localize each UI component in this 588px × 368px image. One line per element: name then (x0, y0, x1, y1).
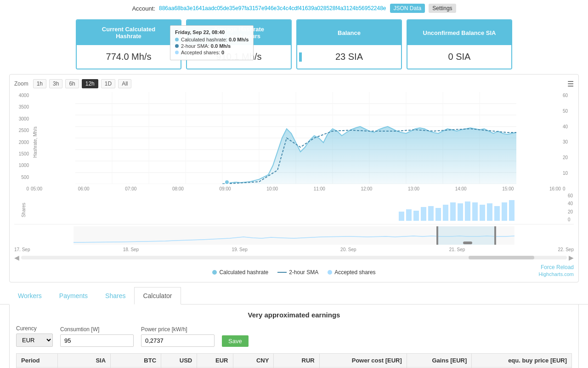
account-label: Account: (132, 5, 155, 12)
svg-rect-40 (463, 242, 472, 244)
col-rur: RUR (274, 354, 319, 368)
tab-shares[interactable]: Shares (96, 287, 134, 305)
power-price-field: Power price [kW/h] (141, 326, 215, 347)
tooltip-dot-shares (175, 51, 179, 54)
tab-calculator[interactable]: Calculator (134, 287, 181, 305)
legend-dot-shares (328, 270, 332, 275)
zoom-1d[interactable]: 1D (101, 79, 115, 88)
tab-payments[interactable]: Payments (51, 287, 96, 305)
svg-rect-20 (399, 212, 404, 221)
navigator-svg (14, 226, 574, 245)
shares-chart-svg (34, 193, 561, 221)
chart-container: Zoom 1h 3h 6h 12h 1D All ☰ 4000350030002… (9, 74, 579, 282)
stat-card-unconfirmed: Unconfirmed Balance SIA 0 SIA (407, 19, 512, 69)
stat-header-current-hashrate: Current CalculatedHashrate (77, 20, 181, 45)
svg-point-19 (225, 180, 229, 184)
main-chart-svg (31, 92, 561, 184)
zoom-1h[interactable]: 1h (33, 79, 46, 88)
svg-rect-35 (509, 200, 514, 221)
zoom-12h[interactable]: 12h (82, 79, 98, 88)
legend-shares: Accepted shares (328, 269, 375, 276)
tooltip-dot-hashrate (175, 38, 179, 41)
account-hash: 886aa68ba3e1641aadc05de35e97fa3157e946e3… (159, 5, 386, 12)
svg-rect-39 (494, 226, 496, 245)
svg-rect-23 (421, 207, 426, 221)
tab-workers[interactable]: Workers (9, 287, 51, 305)
tooltip-title: Friday, Sep 22, 08:40 (175, 29, 249, 35)
force-reload-link[interactable]: Force Reload (376, 264, 574, 270)
currency-field: Curency EUR USD BTC (16, 325, 53, 347)
chart-menu-icon[interactable]: ☰ (567, 80, 574, 88)
account-bar: Account: 886aa68ba3e1641aadc05de35e97fa3… (0, 0, 588, 17)
power-price-input[interactable] (141, 334, 215, 347)
legend-dot-hashrate (212, 270, 217, 275)
calc-inputs: Curency EUR USD BTC Consumtion [W] Power… (16, 325, 572, 347)
tooltip-dot-sma (175, 44, 179, 48)
stat-card-balance: Balance 23 SIA (296, 19, 402, 69)
earnings-table: Period SIA BTC USD EUR CNY RUR Power cos… (16, 353, 572, 368)
svg-rect-25 (435, 208, 441, 221)
consumption-input[interactable] (60, 334, 134, 347)
legend-label-shares: Accepted shares (334, 269, 375, 276)
stat-value-current-hashrate: 774.0 Mh/s (77, 45, 181, 69)
y-label-hashrate: Hashrate, Mh/s (33, 126, 38, 158)
chart-legend: Calculated hashrate 2-hour SMA Accepted … (212, 269, 375, 276)
col-period: Period (17, 354, 58, 368)
legend-line-sma (277, 272, 287, 273)
chart-force-reload-area: Force Reload Highcharts.com (376, 264, 574, 277)
chart-controls: Zoom 1h 3h 6h 12h 1D All ☰ (14, 79, 574, 88)
nav-x-labels: 17. Sep18. Sep19. Sep20. Sep21. Sep22. S… (14, 246, 574, 253)
col-usd: USD (161, 354, 197, 368)
svg-rect-28 (458, 203, 463, 221)
tabs-row: Workers Payments Shares Calculator (0, 287, 588, 305)
svg-rect-24 (428, 206, 434, 221)
tooltip-row-sma: 2-hour SMA: 0.0 Mh/s (175, 43, 249, 49)
calculator-section: Very approximated earnings Curency EUR U… (9, 305, 579, 368)
legend-label-sma: 2-hour SMA (289, 269, 318, 276)
col-eur: EUR (197, 354, 233, 368)
stat-card-current-hashrate: Current CalculatedHashrate 774.0 Mh/s (76, 19, 181, 69)
y-shares-labels: 6040200 (568, 193, 573, 222)
legend-label-hashrate: Calculated hashrate (219, 269, 268, 276)
y-axis-shares-right: 6050403020100 (561, 92, 574, 192)
stats-row: Current CalculatedHashrate 774.0 Mh/s Av… (0, 17, 588, 74)
stat-value-unconfirmed: 0 SIA (407, 45, 511, 69)
chart-tooltip: Friday, Sep 22, 08:40 Calculated hashrat… (170, 25, 254, 60)
svg-rect-34 (502, 202, 507, 221)
currency-label: Curency (16, 325, 53, 332)
json-data-button[interactable]: JSON Data (390, 4, 425, 13)
svg-rect-32 (487, 203, 492, 221)
tooltip-row-hashrate: Calculated hashrate: 0.0 Mh/s (175, 37, 249, 42)
highcharts-link[interactable]: Highcharts.com (539, 271, 574, 277)
svg-rect-30 (472, 202, 478, 221)
calc-title: Very approximated earnings (16, 311, 572, 319)
stat-value-balance: 23 SIA (297, 45, 401, 69)
tooltip-row-shares: Accepted shares: 0 (175, 50, 249, 55)
svg-rect-38 (436, 226, 438, 245)
chart-footer: Calculated hashrate 2-hour SMA Accepted … (14, 264, 574, 277)
col-cny: CNY (233, 354, 274, 368)
legend-hashrate: Calculated hashrate (212, 269, 268, 276)
shares-y-label: Shares (14, 193, 34, 222)
col-power-cost: Power cost [EUR] (319, 354, 407, 368)
col-equ-buy: equ. buy price [EUR] (472, 354, 572, 368)
table-header-row: Period SIA BTC USD EUR CNY RUR Power cos… (17, 354, 572, 368)
currency-select[interactable]: EUR USD BTC (16, 334, 53, 347)
save-button[interactable]: Save (222, 335, 249, 347)
svg-rect-26 (443, 205, 448, 221)
col-btc: BTC (111, 354, 161, 368)
x-axis-labels: 05:0006:0007:0008:0009:0010:0011:0012:00… (31, 185, 561, 192)
chart-scrollbar[interactable]: ◀ ▶ (14, 254, 574, 261)
svg-rect-29 (465, 201, 470, 221)
svg-rect-21 (406, 209, 412, 221)
stat-header-unconfirmed: Unconfirmed Balance SIA (407, 20, 511, 45)
svg-rect-33 (494, 206, 500, 221)
consumption-field: Consumtion [W] (60, 326, 134, 347)
settings-button[interactable]: Settings (429, 4, 456, 13)
svg-rect-22 (413, 211, 419, 221)
stat-header-balance: Balance (297, 20, 401, 45)
col-sia: SIA (57, 354, 110, 368)
zoom-3h[interactable]: 3h (49, 79, 62, 88)
zoom-6h[interactable]: 6h (65, 79, 79, 88)
zoom-all[interactable]: All (118, 79, 131, 88)
